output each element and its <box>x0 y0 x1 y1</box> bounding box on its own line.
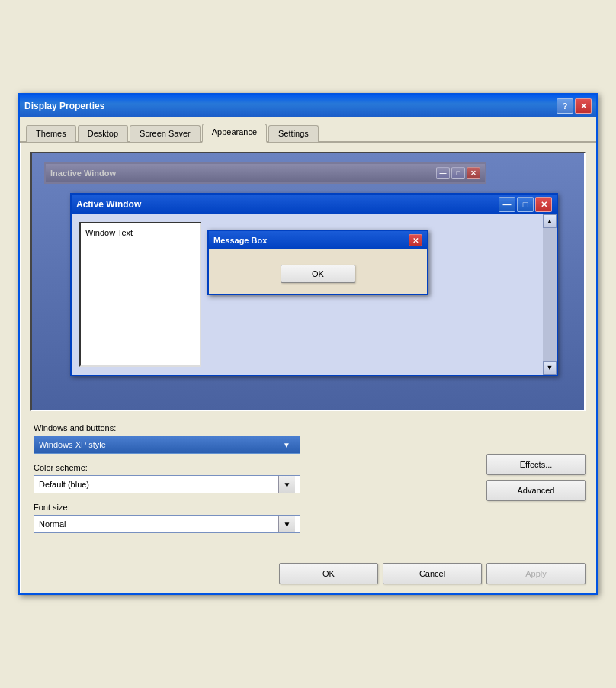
active-title-buttons: — □ ✕ <box>499 197 552 212</box>
tab-desktop[interactable]: Desktop <box>78 125 128 142</box>
windows-buttons-dropdown-wrapper: Windows XP style ▼ <box>34 436 582 454</box>
tab-themes[interactable]: Themes <box>26 125 76 142</box>
dialog-close-button[interactable]: ✕ <box>575 98 592 114</box>
scroll-track <box>543 228 557 361</box>
preview-box: Inactive Window — □ ✕ Active Window — □ … <box>30 152 586 411</box>
tab-settings[interactable]: Settings <box>268 125 319 142</box>
apply-button[interactable]: Apply <box>486 563 586 584</box>
content-area: Inactive Window — □ ✕ Active Window — □ … <box>20 143 596 551</box>
font-size-value: Normal <box>39 519 278 529</box>
active-minimize-button[interactable]: — <box>499 197 515 212</box>
message-box-title: Message Box <box>213 236 267 245</box>
font-size-dropdown-arrow: ▼ <box>278 516 295 532</box>
active-close-button[interactable]: ✕ <box>535 197 552 212</box>
form-section: Windows and buttons: Windows XP style ▼ … <box>30 423 586 533</box>
side-buttons: Effects... Advanced <box>486 454 586 501</box>
inactive-minimize-button[interactable]: — <box>436 167 450 179</box>
tab-appearance[interactable]: Appearance <box>202 124 267 143</box>
font-size-dropdown[interactable]: Normal ▼ <box>34 515 300 533</box>
help-button[interactable]: ? <box>557 98 573 114</box>
color-scheme-value: Default (blue) <box>39 480 278 489</box>
active-title-bar: Active Window — □ ✕ <box>72 195 557 214</box>
windows-buttons-dropdown-arrow: ▼ <box>278 436 295 453</box>
scroll-down-arrow[interactable]: ▼ <box>543 361 557 375</box>
font-size-label: Font size: <box>34 503 582 512</box>
cancel-button[interactable]: Cancel <box>383 563 482 584</box>
inactive-close-button[interactable]: ✕ <box>467 167 480 179</box>
scrollbar: ▲ ▼ <box>543 214 557 375</box>
window-text-panel: Window Text <box>79 222 201 367</box>
active-window-title: Active Window <box>76 199 141 210</box>
inactive-window: Inactive Window — □ ✕ <box>44 162 486 184</box>
message-box-body: OK <box>209 249 427 294</box>
active-maximize-button[interactable]: □ <box>517 197 534 212</box>
window-text-label: Window Text <box>85 228 133 237</box>
button-bar: OK Cancel Apply <box>20 555 596 593</box>
message-box-title-bar: Message Box ✕ <box>209 231 427 249</box>
advanced-button[interactable]: Advanced <box>486 480 586 501</box>
windows-buttons-dropdown[interactable]: Windows XP style ▼ <box>34 436 300 454</box>
message-box-ok-button[interactable]: OK <box>281 265 355 283</box>
message-box-close-button[interactable]: ✕ <box>409 234 422 246</box>
title-bar-buttons: ? ✕ <box>557 98 592 114</box>
color-scheme-dropdown-arrow: ▼ <box>278 476 295 493</box>
scroll-up-arrow[interactable]: ▲ <box>543 214 557 228</box>
font-size-dropdown-wrapper: Normal ▼ <box>34 515 582 533</box>
inactive-title-buttons: — □ ✕ <box>436 167 480 179</box>
windows-buttons-value: Windows XP style <box>39 440 278 449</box>
inactive-title-bar: Inactive Window — □ ✕ <box>46 164 485 182</box>
message-box: Message Box ✕ OK <box>207 230 428 295</box>
tab-screen-saver[interactable]: Screen Saver <box>130 125 201 142</box>
windows-buttons-row: Windows and buttons: Windows XP style ▼ <box>34 423 582 454</box>
inactive-maximize-button[interactable]: □ <box>451 167 465 179</box>
windows-buttons-label: Windows and buttons: <box>34 423 582 432</box>
tab-strip: Themes Desktop Screen Saver Appearance S… <box>20 117 596 143</box>
effects-button[interactable]: Effects... <box>486 454 586 475</box>
ok-button[interactable]: OK <box>279 563 378 584</box>
title-bar: Display Properties ? ✕ <box>20 95 596 117</box>
dialog-title: Display Properties <box>24 101 557 111</box>
inactive-window-title: Inactive Window <box>50 169 116 178</box>
display-properties-dialog: Display Properties ? ✕ Themes Desktop Sc… <box>18 93 598 595</box>
color-scheme-dropdown[interactable]: Default (blue) ▼ <box>34 475 300 493</box>
font-size-row: Font size: Normal ▼ <box>34 503 582 533</box>
